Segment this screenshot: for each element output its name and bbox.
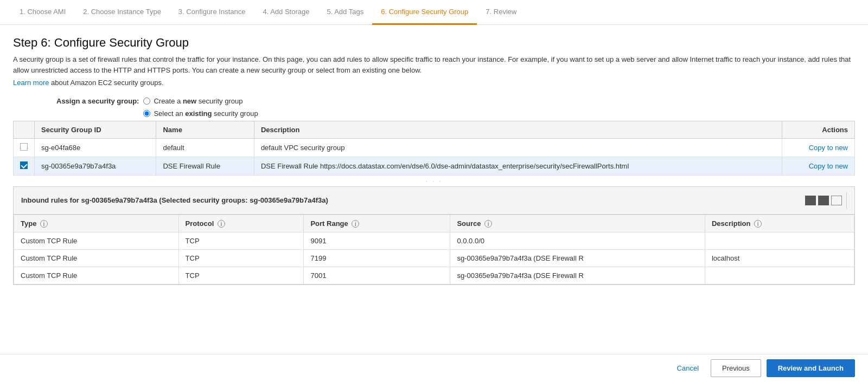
source-info-icon[interactable]: i	[484, 220, 492, 228]
inbound-rules-section: Inbound rules for sg-00365e9a79b7a4f3a (…	[13, 186, 855, 286]
security-group-table: Security Group ID Name Description Actio…	[13, 121, 855, 176]
inbound-row2-desc: localhost	[705, 250, 854, 267]
sg-col-id: Security Group ID	[35, 121, 156, 138]
inbound-row2-type: Custom TCP Rule	[14, 250, 179, 267]
inbound-row3-type: Custom TCP Rule	[14, 267, 179, 284]
inbound-table-row: Custom TCP Rule TCP 7001 sg-00365e9a79b7…	[14, 267, 854, 284]
radio-existing-row: Select an existing security group	[143, 109, 258, 118]
inbound-row3-desc	[705, 267, 854, 284]
sg-row1-id: sg-e04fa68e	[35, 138, 156, 157]
sg-row2-description: DSE Firewall Rule https://docs.datastax.…	[254, 157, 782, 175]
sg-table-row[interactable]: sg-00365e9a79b7a4f3a DSE Firewall Rule D…	[14, 157, 855, 175]
inbound-col-type: Type i	[14, 215, 179, 232]
nav-step-7[interactable]: 7. Review	[477, 0, 525, 25]
sg-table-row[interactable]: sg-e04fa68e default default VPC security…	[14, 138, 855, 157]
sg-row2-checkbox-cell[interactable]	[14, 157, 35, 175]
radio-new-row: Create a new security group	[143, 97, 258, 105]
bottom-bar: Cancel Previous Review and Launch	[0, 354, 868, 382]
review-and-launch-button[interactable]: Review and Launch	[767, 359, 855, 377]
sg-row2-id: sg-00365e9a79b7a4f3a	[35, 157, 156, 175]
inbound-row1-type: Custom TCP Rule	[14, 232, 179, 250]
inbound-row3-protocol: TCP	[178, 267, 304, 284]
inbound-rules-title: Inbound rules for sg-00365e9a79b7a4f3a (…	[21, 196, 328, 204]
inbound-table: Type i Protocol i Port Range i Source i	[14, 215, 854, 285]
radio-create-new[interactable]	[143, 98, 150, 105]
sg-table-header: Security Group ID Name Description Actio…	[14, 121, 855, 138]
nav-step-1[interactable]: 1. Choose AMI	[11, 0, 74, 25]
inbound-col-description: Description i	[705, 215, 854, 232]
inbound-row2-source: sg-00365e9a79b7a4f3a (DSE Firewall R	[450, 250, 705, 267]
inbound-row3-port: 7001	[304, 267, 450, 284]
sg-col-actions: Actions	[782, 121, 855, 138]
drag-handle[interactable]: · · ·	[13, 176, 855, 186]
main-content: Step 6: Configure Security Group A secur…	[0, 25, 868, 382]
inbound-col-port-range: Port Range i	[304, 215, 450, 232]
sg-col-name: Name	[156, 121, 254, 138]
inbound-table-row: Custom TCP Rule TCP 9091 0.0.0.0/0	[14, 232, 854, 250]
sg-row2-name: DSE Firewall Rule	[156, 157, 254, 175]
page-description: A security group is a set of firewall ru…	[13, 54, 855, 75]
inbound-rules-header: Inbound rules for sg-00365e9a79b7a4f3a (…	[14, 187, 854, 215]
learn-more-suffix: about Amazon EC2 security groups.	[51, 79, 163, 87]
sg-row1-checkbox-cell[interactable]	[14, 138, 35, 157]
wizard-nav: 1. Choose AMI 2. Choose Instance Type 3.…	[0, 0, 868, 25]
nav-step-5[interactable]: 5. Add Tags	[318, 0, 372, 25]
radio-select-existing[interactable]	[143, 110, 150, 117]
inbound-row3-source: sg-00365e9a79b7a4f3a (DSE Firewall R	[450, 267, 705, 284]
inbound-row1-protocol: TCP	[178, 232, 304, 250]
nav-step-2[interactable]: 2. Choose Instance Type	[74, 0, 170, 25]
type-info-icon[interactable]: i	[40, 220, 48, 228]
sg-row1-checkbox[interactable]	[20, 143, 28, 151]
nav-step-4[interactable]: 4. Add Storage	[254, 0, 318, 25]
cancel-button[interactable]: Cancel	[671, 361, 705, 375]
view-divider	[846, 192, 847, 209]
view-icon-filled-2[interactable]	[818, 196, 829, 205]
page-title: Step 6: Configure Security Group	[13, 36, 855, 50]
inbound-row2-port: 7199	[304, 250, 450, 267]
inbound-row1-port: 9091	[304, 232, 450, 250]
nav-step-3[interactable]: 3. Configure Instance	[170, 0, 254, 25]
sg-row1-description: default VPC security group	[254, 138, 782, 157]
sg-row2-copy-link[interactable]: Copy to new	[809, 162, 848, 170]
sg-row1-actions: Copy to new	[782, 138, 855, 157]
learn-more-line: Learn more about Amazon EC2 security gro…	[13, 77, 855, 88]
protocol-info-icon[interactable]: i	[218, 220, 225, 228]
radio-new-label[interactable]: Create a new security group	[154, 97, 242, 105]
nav-step-6[interactable]: 6. Configure Security Group	[372, 0, 477, 25]
sg-row2-actions: Copy to new	[782, 157, 855, 175]
port-range-info-icon[interactable]: i	[352, 220, 359, 228]
view-icons	[805, 192, 847, 209]
sg-col-checkbox	[14, 121, 35, 138]
radio-existing-label[interactable]: Select an existing security group	[154, 109, 258, 118]
sg-col-description: Description	[254, 121, 782, 138]
sg-row1-name: default	[156, 138, 254, 157]
view-icon-filled-1[interactable]	[805, 196, 816, 205]
learn-more-link[interactable]: Learn more	[13, 79, 49, 87]
inbound-col-protocol: Protocol i	[178, 215, 304, 232]
description-info-icon[interactable]: i	[754, 220, 762, 228]
inbound-col-source: Source i	[450, 215, 705, 232]
sg-row2-checkbox[interactable]	[20, 161, 28, 169]
inbound-table-row: Custom TCP Rule TCP 7199 sg-00365e9a79b7…	[14, 250, 854, 267]
view-icon-outline[interactable]	[831, 196, 842, 205]
inbound-row1-desc	[705, 232, 854, 250]
assign-label: Assign a security group:	[56, 97, 139, 105]
inbound-table-header: Type i Protocol i Port Range i Source i	[14, 215, 854, 232]
inbound-row1-source: 0.0.0.0/0	[450, 232, 705, 250]
assign-group-section: Assign a security group: Create a new se…	[56, 97, 855, 118]
sg-row1-copy-link[interactable]: Copy to new	[809, 144, 848, 152]
inbound-row2-protocol: TCP	[178, 250, 304, 267]
previous-button[interactable]: Previous	[711, 359, 761, 377]
